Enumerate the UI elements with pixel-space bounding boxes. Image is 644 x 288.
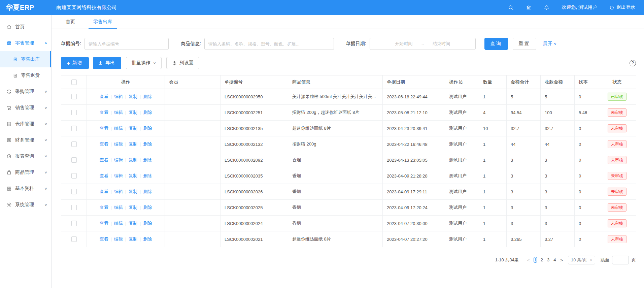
action-删除[interactable]: 删除: [143, 94, 152, 99]
action-查看[interactable]: 查看: [100, 157, 108, 162]
page-button-2[interactable]: 2: [540, 257, 543, 263]
action-复制[interactable]: 复制: [129, 110, 137, 115]
page-button-4[interactable]: 4: [553, 257, 556, 263]
row-checkbox[interactable]: [71, 173, 77, 179]
action-编辑[interactable]: 编辑: [114, 189, 123, 194]
bell-icon[interactable]: [544, 5, 549, 10]
action-编辑[interactable]: 编辑: [114, 173, 123, 178]
sidebar-item-零售管理[interactable]: 零售管理∧: [0, 35, 51, 51]
tab-首页[interactable]: 首页: [61, 15, 80, 29]
batch-operations-button[interactable]: 批量操作 ∨: [126, 57, 162, 69]
action-删除[interactable]: 删除: [143, 205, 152, 210]
sidebar-item-销售管理[interactable]: 销售管理∨: [0, 100, 51, 116]
row-checkbox[interactable]: [71, 141, 77, 147]
page-button-3[interactable]: 3: [547, 257, 550, 263]
action-编辑[interactable]: 编辑: [114, 141, 123, 147]
row-checkbox[interactable]: [71, 221, 77, 226]
page-button-1[interactable]: 1: [534, 257, 537, 263]
prev-page-icon[interactable]: <: [525, 258, 532, 263]
expand-link[interactable]: 展开 ∨: [543, 41, 556, 47]
row-checkbox[interactable]: [71, 157, 77, 163]
action-查看[interactable]: 查看: [100, 110, 108, 115]
action-删除[interactable]: 删除: [143, 189, 152, 194]
action-查看[interactable]: 查看: [100, 94, 108, 99]
next-page-icon[interactable]: >: [558, 258, 565, 263]
action-查看[interactable]: 查看: [100, 173, 108, 178]
sidebar-item-财务管理[interactable]: 财务管理∨: [0, 132, 51, 148]
row-checkbox[interactable]: [71, 126, 77, 131]
sidebar-item-基本资料[interactable]: 基本资料∨: [0, 181, 51, 197]
sidebar-item-报表查询[interactable]: 报表查询∨: [0, 148, 51, 164]
action-复制[interactable]: 复制: [129, 221, 137, 226]
action-查看[interactable]: 查看: [100, 189, 108, 194]
action-编辑[interactable]: 编辑: [114, 157, 123, 162]
column-settings-button[interactable]: 列设置: [166, 57, 199, 69]
action-复制[interactable]: 复制: [129, 189, 137, 194]
cell-bill-date: 2023-04-07 20:27:20: [383, 231, 445, 247]
sidebar-item-label: 首页: [15, 24, 25, 30]
action-复制[interactable]: 复制: [129, 94, 137, 99]
action-查看[interactable]: 查看: [100, 126, 108, 131]
row-checkbox[interactable]: [71, 205, 77, 210]
row-checkbox[interactable]: [71, 236, 77, 242]
action-编辑[interactable]: 编辑: [114, 94, 123, 99]
action-编辑[interactable]: 编辑: [114, 205, 123, 210]
bill-no-input[interactable]: [84, 38, 169, 50]
reset-button[interactable]: 重置: [513, 38, 536, 50]
column-header-找零: 找零: [575, 75, 598, 89]
sidebar-subitem-零售退货[interactable]: 零售退货: [0, 67, 51, 84]
search-icon[interactable]: [508, 5, 514, 10]
sidebar-item-采购管理[interactable]: 采购管理∨: [0, 84, 51, 100]
action-复制[interactable]: 复制: [129, 157, 137, 162]
cell-status: 未审核: [598, 105, 636, 121]
help-icon[interactable]: ?: [630, 60, 636, 66]
gear-icon: [172, 61, 177, 66]
action-删除[interactable]: 删除: [143, 157, 152, 162]
action-编辑[interactable]: 编辑: [114, 221, 123, 226]
action-删除[interactable]: 删除: [143, 173, 152, 178]
row-checkbox[interactable]: [71, 110, 77, 115]
jump-page-input[interactable]: [612, 256, 629, 264]
bank-icon[interactable]: [526, 5, 532, 10]
action-编辑[interactable]: 编辑: [114, 126, 123, 131]
cell-status: 未审核: [598, 136, 636, 152]
sidebar-item-首页[interactable]: 首页: [0, 19, 51, 35]
export-button[interactable]: 导出: [93, 57, 121, 69]
action-删除[interactable]: 删除: [143, 221, 152, 226]
date-range-picker[interactable]: 开始时间 ~ 结束时间: [370, 38, 476, 50]
action-删除[interactable]: 删除: [143, 236, 152, 242]
topbar: 华夏ERP 南通某某网络科技有限公司 欢迎您, 测试用户 退出登录: [0, 0, 644, 15]
product-info-input[interactable]: [204, 38, 334, 50]
row-checkbox[interactable]: [71, 94, 77, 99]
action-查看[interactable]: 查看: [100, 205, 108, 210]
add-button[interactable]: + 新增: [61, 57, 89, 69]
action-删除[interactable]: 删除: [143, 141, 152, 147]
action-编辑[interactable]: 编辑: [114, 110, 123, 115]
sidebar-item-仓库管理[interactable]: 仓库管理∨: [0, 116, 51, 132]
action-编辑[interactable]: 编辑: [114, 236, 123, 242]
sidebar-item-商品管理[interactable]: 商品管理∨: [0, 164, 51, 181]
action-复制[interactable]: 复制: [129, 141, 137, 147]
cell-product-info: 香烟: [288, 152, 383, 168]
action-删除[interactable]: 删除: [143, 110, 152, 115]
search-button[interactable]: 查询: [484, 38, 508, 50]
logout-button[interactable]: 退出登录: [609, 4, 635, 10]
sidebar-item-label: 零售管理: [15, 40, 34, 46]
action-复制[interactable]: 复制: [129, 126, 137, 131]
sidebar-subitem-零售出库[interactable]: 零售出库: [0, 51, 51, 67]
action-复制[interactable]: 复制: [129, 173, 137, 178]
sidebar-item-系统管理[interactable]: 系统管理∨: [0, 197, 51, 213]
page-size-select[interactable]: 10 条/页 ∨: [568, 256, 595, 264]
action-复制[interactable]: 复制: [129, 205, 137, 210]
tab-零售出库[interactable]: 零售出库: [89, 15, 117, 29]
table-row: 查看|编辑|复制|删除LSCK00000002026香烟2023-04-09 1…: [61, 184, 636, 200]
action-删除[interactable]: 删除: [143, 126, 152, 131]
select-all-checkbox[interactable]: [71, 79, 77, 85]
welcome-text: 欢迎您, 测试用户: [562, 4, 597, 10]
cell-operator: 测试用户: [445, 121, 479, 136]
action-查看[interactable]: 查看: [100, 236, 108, 242]
action-复制[interactable]: 复制: [129, 236, 137, 242]
row-checkbox[interactable]: [71, 189, 77, 194]
action-查看[interactable]: 查看: [100, 141, 108, 147]
action-查看[interactable]: 查看: [100, 221, 108, 226]
